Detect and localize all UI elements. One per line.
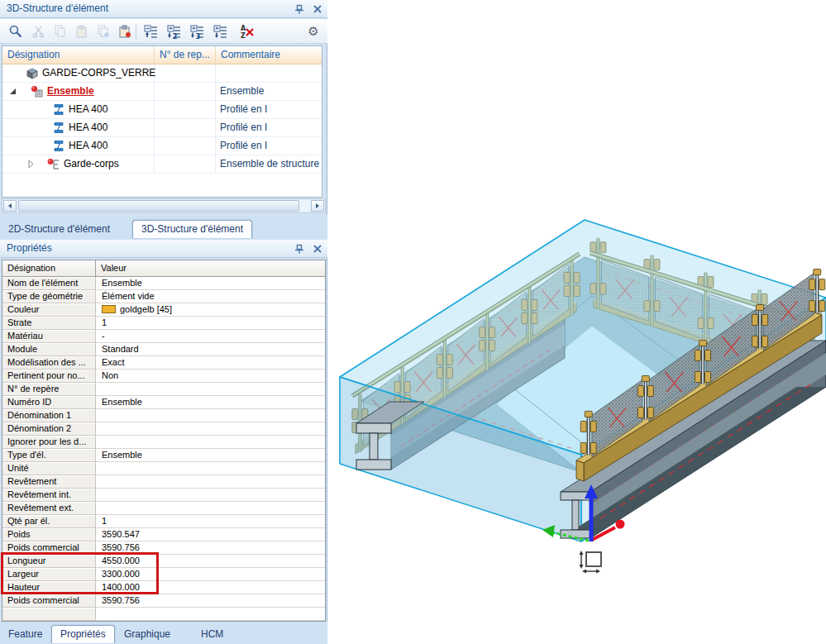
scroll-left-button[interactable] (3, 200, 17, 212)
3d-viewport[interactable] (328, 0, 826, 644)
remove-sort-button[interactable]: AZ (238, 22, 256, 41)
search-filter-button[interactable] (7, 22, 25, 41)
expander-collapsed-icon[interactable] (26, 158, 36, 173)
property-row[interactable]: Numéro IDEnsemble (2, 396, 325, 409)
tab-hcm[interactable]: HCM (201, 628, 223, 640)
tree-row[interactable]: HEA 400Profilé en I (2, 119, 322, 137)
property-row[interactable]: Longueur4550.000 (2, 555, 325, 568)
property-value[interactable]: Exact (102, 357, 125, 367)
tree-item-label[interactable]: HEA 400 (69, 122, 107, 133)
property-row[interactable]: Poids commercial3590.756 (2, 594, 325, 608)
property-row[interactable]: Dénomination 2 (2, 422, 325, 436)
property-value[interactable]: 3590.756 (102, 595, 140, 605)
property-name: Dénomination 1 (2, 409, 96, 422)
expander-expanded-icon[interactable] (7, 85, 17, 100)
property-row[interactable]: Modélisation des ...Exact (2, 356, 325, 370)
tree-header-comment[interactable]: Commentaire (216, 46, 322, 64)
tab-propri-t-s[interactable]: Propriétés (51, 625, 115, 643)
application-window: 3D-Structure d'élément 23AZ⚙ Désignation… (0, 0, 826, 644)
tree-horizontal-scrollbar[interactable] (2, 198, 326, 213)
property-value[interactable]: goldgelb [45] (120, 304, 172, 314)
property-value[interactable]: 3590.547 (102, 529, 140, 539)
tab-feature[interactable]: Feature (8, 628, 42, 640)
scroll-right-button[interactable] (311, 200, 324, 212)
3d-scene[interactable] (328, 0, 826, 644)
expand-level-2-button[interactable]: 2 (165, 22, 184, 41)
resize-handle-icon[interactable] (580, 551, 602, 574)
property-row[interactable]: Type de géométrieÉlément vide (2, 290, 325, 303)
tree-row[interactable]: HEA 400Profilé en I (2, 137, 322, 155)
property-row[interactable] (2, 608, 325, 621)
property-value[interactable]: 1 (102, 317, 107, 327)
paste-special-button[interactable] (116, 22, 134, 41)
tree-row[interactable]: HEA 400Profilé en I (2, 101, 322, 119)
pin-icon[interactable] (293, 242, 306, 255)
scrollbar-thumb[interactable] (18, 200, 299, 212)
property-row[interactable]: Poids commercial3590.756 (2, 541, 325, 555)
tree-item-label[interactable]: Ensemble (47, 85, 94, 97)
tree-item-label[interactable]: Garde-corps (64, 158, 119, 169)
property-row[interactable]: Pertinent pour no...Non (2, 370, 325, 383)
property-value[interactable]: Élément vide (102, 291, 155, 301)
property-value[interactable]: 3300.000 (102, 569, 140, 579)
property-row[interactable]: Revêtement int. (2, 489, 325, 502)
tree-row[interactable]: EnsembleEnsemble (2, 83, 322, 101)
property-name (2, 608, 96, 621)
post-cap (585, 411, 592, 417)
property-value[interactable]: Ensemble (102, 397, 142, 407)
close-icon[interactable] (311, 2, 324, 16)
tree-item-label[interactable]: HEA 400 (69, 103, 107, 115)
property-name: Poids (2, 528, 96, 541)
copy-button[interactable] (51, 22, 69, 41)
property-row[interactable]: Qté par él.1 (2, 515, 325, 528)
tab-2d-structure-d-l-ment[interactable]: 2D-Structure d'élément (8, 223, 110, 235)
property-row[interactable]: Type d'él.Ensemble (2, 449, 325, 462)
property-value[interactable]: Standard (102, 344, 139, 354)
property-value[interactable]: 1 (102, 516, 107, 526)
property-row[interactable]: Ignorer pour les d... (2, 436, 325, 449)
cut-button[interactable] (30, 22, 48, 41)
property-row[interactable]: Nom de l'élémentEnsemble (2, 277, 325, 290)
tree-item-label[interactable]: HEA 400 (69, 140, 107, 151)
property-row[interactable]: Poids3590.547 (2, 528, 325, 541)
expand-all-button[interactable] (212, 22, 230, 41)
property-value[interactable]: 4550.000 (102, 556, 140, 565)
property-value[interactable]: Non (102, 370, 118, 380)
tree-header-designation[interactable]: Désignation (2, 46, 155, 64)
property-value[interactable]: 3590.756 (102, 542, 140, 552)
tree-row[interactable]: Garde-corpsEnsemble de structure (2, 155, 322, 174)
property-row[interactable]: Couleurgoldgelb [45] (2, 303, 325, 317)
color-swatch[interactable] (102, 305, 116, 313)
expand-level-3-button[interactable]: 3 (189, 22, 207, 41)
property-row[interactable]: ModuleStandard (2, 343, 325, 356)
property-header-value: Valeur (96, 260, 325, 277)
tab-3d-structure-d-l-ment[interactable]: 3D-Structure d'élément (132, 220, 252, 238)
tree-row[interactable]: GARDE-CORPS_VERRE (2, 64, 322, 83)
property-value[interactable]: Ensemble (102, 450, 142, 460)
collapse-all-button[interactable] (142, 22, 160, 41)
property-value[interactable]: 1400.000 (102, 582, 140, 592)
property-row[interactable]: Hauteur1400.000 (2, 581, 325, 594)
copy-with-reference-button[interactable] (94, 22, 112, 41)
property-row[interactable]: Largeur3300.000 (2, 568, 325, 581)
property-row[interactable]: Revêtement ext. (2, 502, 325, 515)
property-row[interactable]: N° de repère (2, 383, 325, 396)
paste-button[interactable] (73, 22, 91, 41)
property-row[interactable]: Matériau- (2, 330, 325, 343)
tree-item-label[interactable]: GARDE-CORPS_VERRE (42, 67, 155, 79)
property-name: Numéro ID (2, 396, 96, 409)
property-row[interactable]: Strate1 (2, 317, 325, 330)
property-value[interactable]: Ensemble (102, 278, 142, 288)
property-row[interactable]: Revêtement (2, 475, 325, 489)
tab-graphique[interactable]: Graphique (124, 628, 170, 640)
axis-x-endpoint[interactable] (616, 520, 625, 529)
close-icon[interactable] (311, 242, 324, 255)
property-row[interactable]: Dénomination 1 (2, 409, 325, 422)
property-value[interactable]: - (102, 331, 105, 341)
tree-header[interactable]: Désignation N° de rep... Commentaire (2, 46, 322, 64)
pin-icon[interactable] (293, 2, 306, 16)
tree-header-nrep[interactable]: N° de rep... (155, 46, 216, 64)
settings-gear-button[interactable]: ⚙ (304, 22, 322, 41)
property-row[interactable]: Unité (2, 462, 325, 475)
post-cap (699, 341, 707, 346)
